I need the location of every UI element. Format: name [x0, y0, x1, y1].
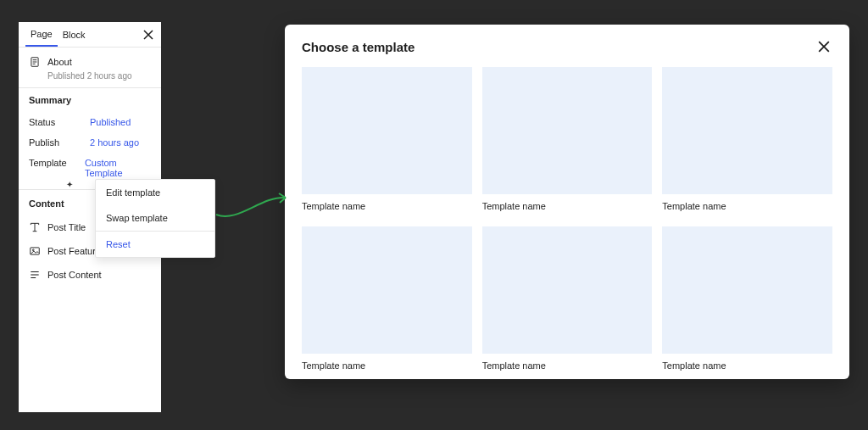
template-label: Template name [302, 201, 472, 211]
page-title: About [47, 57, 72, 67]
popover-reset[interactable]: Reset [96, 232, 214, 257]
tab-page[interactable]: Page [25, 22, 58, 47]
status-value-button[interactable]: Published [90, 117, 131, 127]
sidebar-tabs: Page Block [19, 22, 161, 47]
content-item-label: Post Content [47, 270, 102, 280]
popover-item-label: Reset [106, 239, 131, 249]
template-thumbnail [662, 226, 832, 354]
template-label: Template name [662, 360, 832, 371]
modal-header: Choose a template [302, 38, 832, 55]
summary-row-status: Status Published [19, 112, 161, 132]
template-thumbnail [482, 226, 653, 354]
popover-item-label: Swap template [106, 213, 168, 223]
close-icon [143, 30, 153, 40]
template-thumbnail [482, 67, 653, 194]
close-icon [818, 41, 830, 53]
popover-swap-template[interactable]: Swap template [96, 205, 214, 231]
template-value-button[interactable]: Custom Template [85, 158, 151, 178]
summary-row-publish: Publish 2 hours ago [19, 132, 161, 153]
summary-label: Template [29, 158, 85, 178]
template-card[interactable]: Template name [662, 67, 832, 211]
template-popover: Edit template Swap template Reset [95, 179, 215, 258]
page-header-top: About [29, 56, 151, 68]
summary-label: Publish [29, 137, 90, 148]
summary-row-template: Template Custom Template [19, 153, 161, 178]
modal-close-button[interactable] [815, 38, 832, 55]
post-title-icon [29, 221, 41, 233]
post-content-icon [29, 269, 41, 281]
template-card[interactable]: Template name [302, 226, 472, 371]
summary-label: Status [29, 117, 90, 127]
cursor-icon: ✦ [66, 180, 73, 189]
template-card[interactable]: Template name [482, 67, 653, 211]
publish-value-button[interactable]: 2 hours ago [90, 137, 139, 148]
popover-edit-template[interactable]: Edit template [96, 180, 214, 205]
tab-label: Page [31, 29, 53, 39]
flow-arrow-icon [214, 191, 291, 225]
page-meta: Published 2 hours ago [29, 71, 151, 81]
popover-item-label: Edit template [106, 187, 160, 198]
template-label: Template name [302, 360, 472, 371]
summary-section-title: Summary [19, 88, 161, 112]
content-item-post-content[interactable]: Post Content [19, 263, 161, 287]
template-chooser-modal: Choose a template Template name Template… [285, 25, 849, 379]
template-card[interactable]: Template name [302, 67, 472, 211]
template-label: Template name [482, 201, 653, 211]
tab-block[interactable]: Block [58, 22, 91, 47]
featured-image-icon [29, 245, 41, 257]
page-header: About Published 2 hours ago [19, 47, 161, 88]
close-sidebar-button[interactable] [141, 27, 156, 42]
template-thumbnail [662, 67, 832, 194]
template-thumbnail [302, 67, 472, 194]
page-icon [29, 56, 41, 68]
template-label: Template name [482, 360, 653, 371]
content-item-label: Post Title [47, 222, 86, 232]
templates-grid: Template name Template name Template nam… [302, 67, 832, 371]
template-card[interactable]: Template name [662, 226, 832, 371]
tab-label: Block [63, 30, 86, 40]
modal-title: Choose a template [302, 40, 415, 54]
template-thumbnail [302, 226, 472, 354]
template-label: Template name [662, 201, 832, 211]
template-card[interactable]: Template name [482, 226, 653, 371]
